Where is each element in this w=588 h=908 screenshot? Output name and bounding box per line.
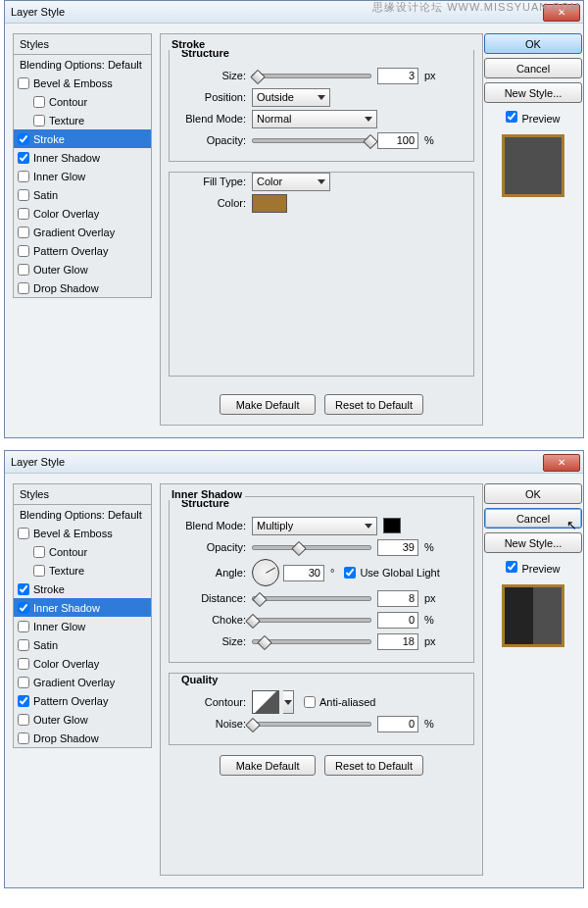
style-row-bevel[interactable]: Bevel & Emboss	[14, 524, 151, 542]
fill-type-dropdown[interactable]: Color	[252, 173, 330, 191]
size-slider[interactable]	[252, 74, 371, 78]
style-checkbox-gradient-overlay[interactable]	[18, 227, 29, 238]
style-row-bevel[interactable]: Bevel & Emboss	[14, 74, 151, 92]
style-checkbox-inner-shadow[interactable]	[18, 152, 29, 164]
distance-input[interactable]	[377, 590, 418, 607]
style-row-gradient-overlay[interactable]: Gradient Overlay	[14, 673, 151, 691]
style-row-inner-glow[interactable]: Inner Glow	[14, 167, 151, 185]
titlebar[interactable]: Layer Style ✕	[5, 451, 583, 474]
color-swatch[interactable]	[252, 194, 287, 213]
style-checkbox-stroke[interactable]	[18, 583, 29, 595]
ok-button[interactable]: OK	[484, 33, 582, 54]
style-checkbox-gradient-overlay[interactable]	[18, 677, 29, 688]
opacity-input[interactable]	[377, 539, 418, 556]
shadow-color-swatch[interactable]	[383, 518, 401, 533]
angle-input[interactable]	[283, 565, 324, 581]
style-row-inner-glow[interactable]: Inner Glow	[14, 617, 151, 635]
style-row-gradient-overlay[interactable]: Gradient Overlay	[14, 223, 151, 241]
contour-picker[interactable]	[252, 690, 279, 714]
ok-button[interactable]: OK	[484, 483, 582, 504]
style-row-color-overlay[interactable]: Color Overlay	[14, 654, 151, 673]
style-checkbox-stroke[interactable]	[18, 133, 29, 145]
new-style-button[interactable]: New Style...	[484, 532, 582, 553]
cursor-icon: ↖	[566, 518, 577, 532]
style-row-pattern-overlay[interactable]: Pattern Overlay	[14, 691, 151, 710]
style-checkbox-drop-shadow[interactable]	[18, 282, 29, 294]
style-row-satin[interactable]: Satin	[14, 635, 151, 654]
slider-thumb-icon[interactable]	[291, 540, 307, 556]
size-input[interactable]	[377, 633, 418, 650]
size-input[interactable]	[377, 68, 418, 84]
style-checkbox-color-overlay[interactable]	[18, 208, 29, 220]
style-row-pattern-overlay[interactable]: Pattern Overlay	[14, 241, 151, 260]
opacity-slider[interactable]	[252, 545, 371, 550]
opacity-slider[interactable]	[252, 138, 371, 143]
style-checkbox-outer-glow[interactable]	[18, 264, 29, 276]
style-checkbox-texture[interactable]	[33, 115, 45, 126]
opacity-input[interactable]	[377, 132, 418, 149]
style-checkbox-inner-shadow[interactable]	[18, 602, 29, 614]
blend-mode-dropdown[interactable]: Multiply	[252, 517, 377, 535]
style-checkbox-satin[interactable]	[18, 189, 29, 201]
style-checkbox-satin[interactable]	[18, 639, 29, 651]
slider-thumb-icon[interactable]	[363, 133, 378, 149]
cancel-button[interactable]: Cancel↖	[484, 508, 582, 529]
style-checkbox-pattern-overlay[interactable]	[18, 245, 29, 257]
make-default-button[interactable]: Make Default	[220, 394, 316, 415]
cancel-button[interactable]: Cancel	[484, 58, 582, 78]
style-checkbox-inner-glow[interactable]	[18, 171, 29, 182]
style-row-stroke[interactable]: Stroke	[14, 580, 151, 598]
slider-thumb-icon[interactable]	[250, 69, 266, 84]
reset-default-button[interactable]: Reset to Default	[324, 755, 423, 776]
reset-default-button[interactable]: Reset to Default	[324, 394, 423, 415]
style-row-satin[interactable]: Satin	[14, 185, 151, 204]
style-row-drop-shadow[interactable]: Drop Shadow	[14, 729, 151, 747]
style-checkbox-texture[interactable]	[33, 565, 45, 577]
size-slider[interactable]	[252, 639, 371, 644]
style-checkbox-bevel[interactable]	[18, 77, 29, 89]
style-row-outer-glow[interactable]: Outer Glow	[14, 260, 151, 278]
style-row-inner-shadow[interactable]: Inner Shadow	[14, 598, 151, 617]
style-checkbox-contour[interactable]	[33, 546, 45, 558]
distance-slider[interactable]	[252, 596, 371, 601]
style-row-outer-glow[interactable]: Outer Glow	[14, 710, 151, 729]
angle-dial[interactable]	[252, 559, 279, 586]
choke-input[interactable]	[377, 612, 418, 629]
style-checkbox-drop-shadow[interactable]	[18, 732, 29, 744]
blending-options-row[interactable]: Blending Options: Default	[14, 55, 151, 74]
style-row-texture[interactable]: Texture	[14, 111, 151, 129]
preview-checkbox-row[interactable]: Preview	[506, 561, 560, 575]
style-checkbox-inner-glow[interactable]	[18, 621, 29, 632]
style-row-contour[interactable]: Contour	[14, 542, 151, 561]
preview-checkbox[interactable]	[506, 561, 517, 573]
choke-slider[interactable]	[252, 618, 371, 623]
blending-options-row[interactable]: Blending Options: Default	[14, 505, 151, 524]
position-dropdown[interactable]: Outside	[252, 88, 330, 107]
slider-thumb-icon[interactable]	[252, 591, 268, 607]
new-style-button[interactable]: New Style...	[484, 82, 582, 103]
contour-dropdown-arrow[interactable]	[283, 690, 294, 714]
noise-input[interactable]	[377, 716, 418, 732]
style-row-stroke[interactable]: Stroke	[14, 129, 151, 148]
style-row-contour[interactable]: Contour	[14, 92, 151, 111]
blend-mode-dropdown[interactable]: Normal	[252, 110, 377, 128]
style-checkbox-bevel[interactable]	[18, 528, 29, 539]
slider-thumb-icon[interactable]	[257, 634, 272, 650]
style-row-inner-shadow[interactable]: Inner Shadow	[14, 148, 151, 167]
style-checkbox-outer-glow[interactable]	[18, 714, 29, 726]
preview-checkbox[interactable]	[506, 111, 517, 123]
style-row-texture[interactable]: Texture	[14, 561, 151, 580]
style-checkbox-pattern-overlay[interactable]	[18, 695, 29, 707]
style-checkbox-contour[interactable]	[33, 96, 45, 108]
style-checkbox-color-overlay[interactable]	[18, 658, 29, 670]
style-row-drop-shadow[interactable]: Drop Shadow	[14, 278, 151, 297]
preview-checkbox-row[interactable]: Preview	[506, 111, 560, 125]
styles-header[interactable]: Styles	[13, 33, 152, 55]
anti-aliased-checkbox[interactable]	[304, 696, 316, 708]
noise-slider[interactable]	[252, 722, 371, 727]
style-row-color-overlay[interactable]: Color Overlay	[14, 204, 151, 223]
styles-header[interactable]: Styles	[13, 483, 152, 505]
make-default-button[interactable]: Make Default	[220, 755, 316, 776]
close-button[interactable]: ✕	[543, 454, 580, 472]
global-light-checkbox[interactable]	[344, 567, 356, 579]
